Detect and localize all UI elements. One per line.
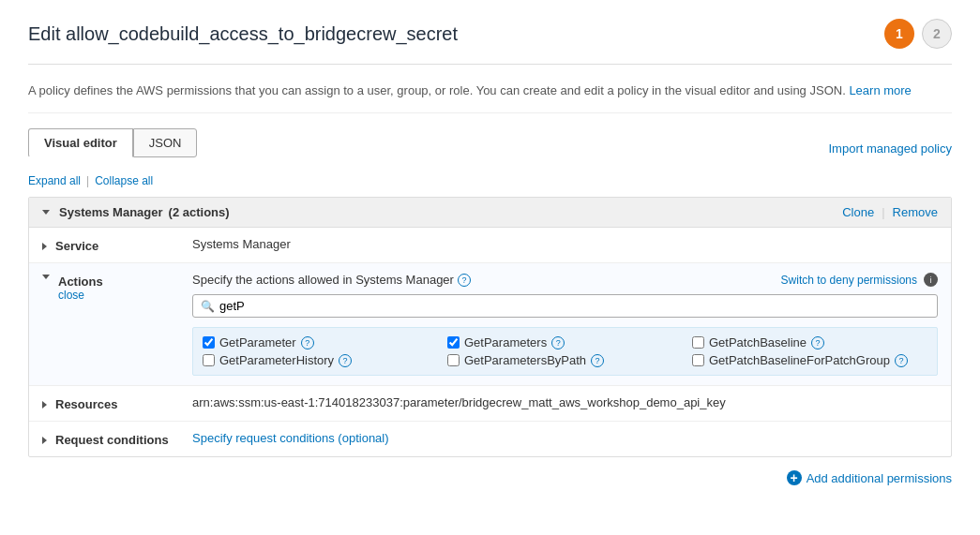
separator: | xyxy=(86,174,89,187)
section-header: Systems Manager (2 actions) Clone | Remo… xyxy=(29,198,951,228)
GetPatchBaselineForPatchGroup-help-icon[interactable]: ? xyxy=(895,354,908,367)
service-label: Service xyxy=(42,237,192,253)
resources-value: arn:aws:ssm:us-east-1:714018233037:param… xyxy=(192,395,938,409)
checkbox-GetParameterHistory-label: GetParameterHistory xyxy=(219,353,334,367)
action-search-box: 🔍 xyxy=(192,294,938,318)
search-icon: 🔍 xyxy=(201,300,215,313)
checkbox-GetParametersByPath-input[interactable] xyxy=(447,354,460,366)
actions-chevron-icon[interactable] xyxy=(42,275,50,279)
description-text: A policy defines the AWS permissions tha… xyxy=(28,83,952,113)
plus-icon: + xyxy=(787,470,802,485)
add-permissions-button[interactable]: + Add additional permissions xyxy=(787,470,952,485)
switch-deny-link[interactable]: Switch to deny permissions xyxy=(781,274,917,287)
conditions-chevron-icon[interactable] xyxy=(42,437,47,444)
checkbox-GetParametersByPath-label: GetParametersByPath xyxy=(464,353,586,367)
GetParametersByPath-help-icon[interactable]: ? xyxy=(591,354,604,367)
switch-deny-info-icon[interactable]: i xyxy=(924,273,938,287)
description-body: A policy defines the AWS permissions tha… xyxy=(28,83,846,97)
chevron-right-icon[interactable] xyxy=(42,243,47,250)
checkbox-GetPatchBaselineForPatchGroup-input[interactable] xyxy=(692,354,704,366)
actions-content: Specify the actions allowed in Systems M… xyxy=(192,273,938,376)
editor-tabs: Visual editor JSON xyxy=(28,128,197,157)
conditions-label: Request conditions xyxy=(42,431,192,447)
footer: + Add additional permissions xyxy=(28,457,952,498)
import-managed-policy-link[interactable]: Import managed policy xyxy=(828,141,952,156)
page-title: Edit allow_codebuild_access_to_bridgecre… xyxy=(28,23,458,45)
actions-header: Actions close xyxy=(42,273,192,302)
close-actions-link[interactable]: close xyxy=(58,289,84,302)
add-permissions-label: Add additional permissions xyxy=(807,471,952,485)
step-1: 1 xyxy=(884,19,914,49)
clone-button[interactable]: Clone xyxy=(842,205,874,219)
collapse-all-link[interactable]: Collapse all xyxy=(95,174,153,187)
section-name: Systems Manager xyxy=(59,205,163,219)
checkbox-GetPatchBaseline-input[interactable] xyxy=(692,336,704,349)
policy-section: Systems Manager (2 actions) Clone | Remo… xyxy=(28,197,952,457)
expand-all-link[interactable]: Expand all xyxy=(28,174,81,187)
checkbox-GetPatchBaseline: GetPatchBaseline ? xyxy=(692,335,927,349)
GetPatchBaseline-help-icon[interactable]: ? xyxy=(811,336,824,349)
GetParameter-help-icon[interactable]: ? xyxy=(301,336,314,349)
checkbox-GetPatchBaselineForPatchGroup-label: GetPatchBaselineForPatchGroup xyxy=(709,353,890,367)
expand-collapse-bar: Expand all | Collapse all xyxy=(28,174,952,187)
actions-label-block: Actions close xyxy=(58,275,103,302)
checkbox-GetParameters: GetParameters ? xyxy=(447,335,683,349)
actions-checkboxes-grid: GetParameter ? GetParameters ? GetPatchB… xyxy=(192,327,938,376)
remove-button[interactable]: Remove xyxy=(893,205,938,219)
tab-json[interactable]: JSON xyxy=(133,128,198,157)
checkbox-GetPatchBaseline-label: GetPatchBaseline xyxy=(709,335,807,349)
checkbox-GetParameter: GetParameter ? xyxy=(203,335,438,349)
search-input[interactable] xyxy=(219,299,407,313)
section-title: Systems Manager (2 actions) xyxy=(42,205,230,219)
actions-row: Actions close Specify the actions allowe… xyxy=(29,263,951,386)
steps-indicator: 1 2 xyxy=(884,19,952,49)
checkbox-GetParametersByPath: GetParametersByPath ? xyxy=(447,353,683,367)
chevron-down-icon[interactable] xyxy=(42,210,50,215)
checkbox-GetParameters-input[interactable] xyxy=(447,336,460,349)
checkbox-GetParameters-label: GetParameters xyxy=(464,335,547,349)
resources-chevron-icon[interactable] xyxy=(42,401,47,409)
resources-label: Resources xyxy=(42,395,192,411)
checkbox-GetParameter-input[interactable] xyxy=(203,336,215,349)
conditions-content: Specify request conditions (optional) xyxy=(192,431,938,445)
checkbox-GetParameter-label: GetParameter xyxy=(219,335,296,349)
service-value: Systems Manager xyxy=(192,237,938,251)
section-actions-count: (2 actions) xyxy=(169,205,230,219)
checkbox-GetParameterHistory: GetParameterHistory ? xyxy=(203,353,438,367)
actions-title: Actions xyxy=(58,275,103,289)
tab-visual-editor[interactable]: Visual editor xyxy=(28,128,133,157)
section-action-buttons: Clone | Remove xyxy=(842,205,938,219)
GetParameters-help-icon[interactable]: ? xyxy=(551,336,565,349)
service-row: Service Systems Manager xyxy=(29,228,951,263)
conditions-row: Request conditions Specify request condi… xyxy=(29,422,951,456)
specify-actions-text: Specify the actions allowed in Systems M… xyxy=(192,273,471,287)
checkbox-GetPatchBaselineForPatchGroup: GetPatchBaselineForPatchGroup ? xyxy=(692,353,927,367)
actions-top-bar: Specify the actions allowed in Systems M… xyxy=(192,273,938,287)
divider: | xyxy=(882,205,884,219)
checkbox-GetParameterHistory-input[interactable] xyxy=(203,354,215,366)
learn-more-link[interactable]: Learn more xyxy=(849,83,911,97)
step-2: 2 xyxy=(922,19,952,49)
conditions-link[interactable]: Specify request conditions (optional) xyxy=(192,431,389,445)
specify-help-icon[interactable]: ? xyxy=(458,274,471,287)
resources-row: Resources arn:aws:ssm:us-east-1:71401823… xyxy=(29,386,951,422)
GetParameterHistory-help-icon[interactable]: ? xyxy=(339,354,352,367)
